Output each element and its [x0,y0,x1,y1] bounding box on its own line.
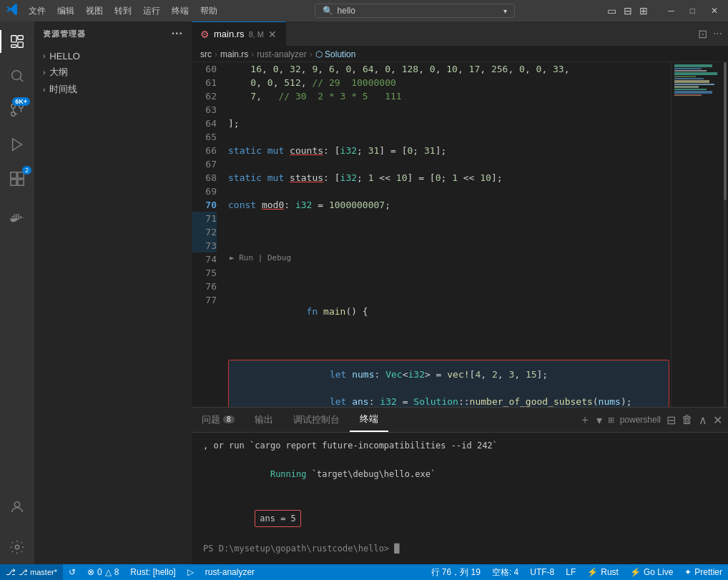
more-actions-btn[interactable]: ··· [713,27,722,40]
terminal-prompt: PS D:\mysetup\gopath\rustcode\hello> █ [203,541,717,556]
prettier-label: Prettier [694,567,722,577]
status-go-live[interactable]: ⚡ Go Live [624,564,679,580]
arrow-timeline: › [43,86,45,94]
activity-run[interactable] [0,127,34,162]
editor-area: 60 61 62 63 64 65 66 67 68 69 70 71 72 7… [192,62,728,407]
code-line-61: 7, // 30 2 * 3 * 5 111 [228,89,671,103]
activity-explorer[interactable] [0,24,34,59]
status-bar: ⎇ ⎇ master* ↺ ⊗ 0 △ 8 Rust: [hello] ▷ ru… [0,564,728,580]
menu-run[interactable]: 运行 [139,4,164,19]
tab-bar: ⚙ main.rs 8, M ✕ ⊡ ··· [192,21,728,46]
status-run-btn[interactable]: ▷ [182,564,200,580]
menu-view[interactable]: 视图 [82,4,107,19]
status-line-ending[interactable]: LF [560,564,581,580]
svg-rect-12 [11,180,16,185]
layout-icon-1[interactable]: ▭ [607,5,616,16]
maximize-btn[interactable]: □ [686,6,699,16]
panel-tabs: 问题 8 输出 调试控制台 终端 ＋ ▾ ⊞ powershell ⊟ [192,408,728,433]
bc-src[interactable]: src [200,49,212,59]
selected-code-block: let nums: Vec<i32> = vec![4, 2, 3, 15]; … [228,360,669,407]
tree-label-hello: HELLO [49,51,80,62]
status-spaces[interactable]: 空格: 4 [486,564,524,580]
menu-bar: 文件 编辑 视图 转到 运行 终端 帮助 [24,4,222,19]
status-prettier[interactable]: ✦ Prettier [679,564,728,580]
tree-label-timeline: 时间线 [49,83,77,96]
run-debug-hint[interactable]: ► Run | Debug [228,252,671,264]
panel-env-btn[interactable]: ⊞ [608,416,614,425]
layout-icon-2[interactable]: ⊟ [624,5,632,16]
bc-sep-2: › [251,49,254,59]
branch-icon: ⎇ [6,567,16,577]
status-analyzer[interactable]: rust-analyzer [200,564,260,580]
menu-file[interactable]: 文件 [24,4,50,19]
bc-mainrs[interactable]: main.rs [220,49,248,59]
panel-trash-btn[interactable]: 🗑 [682,413,693,426]
tab-main-rs[interactable]: ⚙ main.rs 8, M ✕ [192,21,286,46]
status-language[interactable]: ⚡ Rust [581,564,624,580]
bc-rust-analyzer[interactable]: rust-analyzer [257,49,306,59]
panel-tab-problems-label: 问题 [202,413,220,426]
tab-close-btn[interactable]: ✕ [268,29,277,40]
tree-item-timeline[interactable]: › 时间线 [34,81,192,98]
panel-close-btn[interactable]: ✕ [713,413,722,427]
panel-tab-debug-console[interactable]: 调试控制台 [283,408,350,432]
panel-tab-problems[interactable]: 问题 8 [192,408,245,432]
branch-name: ⎇ master* [19,568,57,577]
bc-sep-1: › [215,49,217,59]
svg-point-15 [15,545,19,549]
activity-search[interactable] [0,59,34,93]
warning-icon: △ [105,567,112,577]
menu-help[interactable]: 帮助 [196,4,222,19]
panel-tab-output[interactable]: 输出 [245,408,283,432]
menu-edit[interactable]: 编辑 [53,4,79,19]
bc-solution[interactable]: ⬡ Solution [315,49,356,59]
code-content[interactable]: 16, 0, 32, 9, 6, 0, 64, 0, 128, 0, 10, 1… [224,62,671,407]
status-encoding[interactable]: UTF-8 [524,564,560,580]
activity-accounts[interactable] [0,490,34,524]
line-numbers: 60 61 62 63 64 65 66 67 68 69 70 71 72 7… [192,62,224,407]
minimize-btn[interactable]: ─ [664,6,679,16]
status-errors[interactable]: ⊗ 0 △ 8 [82,564,124,580]
status-left: ⎇ ⎇ master* ↺ ⊗ 0 △ 8 Rust: [hello] ▷ ru… [0,564,260,580]
sidebar-options[interactable]: ··· [172,27,183,40]
activity-source-control[interactable]: 6K+ [0,93,34,127]
tree-label-outline: 大纲 [49,66,68,79]
menu-go[interactable]: 转到 [110,4,136,19]
status-sync[interactable]: ↺ [63,564,82,580]
error-count: 0 [97,567,102,577]
code-line-64: static mut counts: [i32; 31] = [0; 31]; [228,144,671,157]
vscode-logo[interactable] [6,3,19,19]
status-branch[interactable]: ⎇ ⎇ master* [0,564,63,580]
activity-settings[interactable] [0,530,34,564]
status-position[interactable]: 行 76，列 19 [426,564,486,580]
activity-extensions[interactable]: 2 [0,162,34,196]
search-dropdown[interactable]: ▾ [503,7,507,15]
status-rust-info[interactable]: Rust: [hello] [124,564,181,580]
panel-chevron-up[interactable]: ∧ [699,413,707,427]
split-editor-btn[interactable]: ⊡ [698,27,707,41]
menu-terminal[interactable]: 终端 [167,4,193,19]
terminal-running-label: Running [270,469,307,479]
activity-bar: 6K+ 2 [0,21,34,564]
tree-item-hello[interactable]: › HELLO [34,49,192,64]
extensions-badge: 2 [22,166,31,175]
panel-add-btn[interactable]: ＋ [579,413,591,428]
search-box[interactable]: 🔍 hello ▾ [315,4,515,18]
panel-right-controls: ＋ ▾ ⊞ powershell ⊟ 🗑 ∧ ✕ [579,408,728,432]
tree-item-outline[interactable]: › 大纲 [34,64,192,81]
code-line-70: fn main() { [228,291,671,332]
activity-docker[interactable] [0,202,34,236]
close-btn[interactable]: ✕ [707,6,722,16]
panel-tab-terminal[interactable]: 终端 [350,408,388,432]
panel-split-btn[interactable]: ⊟ [666,413,676,427]
source-control-badge: 6K+ [12,97,30,106]
code-editor[interactable]: 60 61 62 63 64 65 66 67 68 69 70 71 72 7… [192,62,728,407]
svg-marker-9 [13,139,22,151]
terminal-content[interactable]: , or run `cargo report future-incompatib… [192,433,728,564]
titlebar-left: 文件 编辑 视图 转到 运行 终端 帮助 [6,3,222,19]
svg-line-5 [20,79,23,82]
code-line-67 [228,185,671,198]
editor-container: ⚙ main.rs 8, M ✕ ⊡ ··· src › main.rs › r… [192,21,728,564]
layout-icon-3[interactable]: ⊞ [639,5,648,16]
panel-dropdown-btn[interactable]: ▾ [596,413,602,427]
